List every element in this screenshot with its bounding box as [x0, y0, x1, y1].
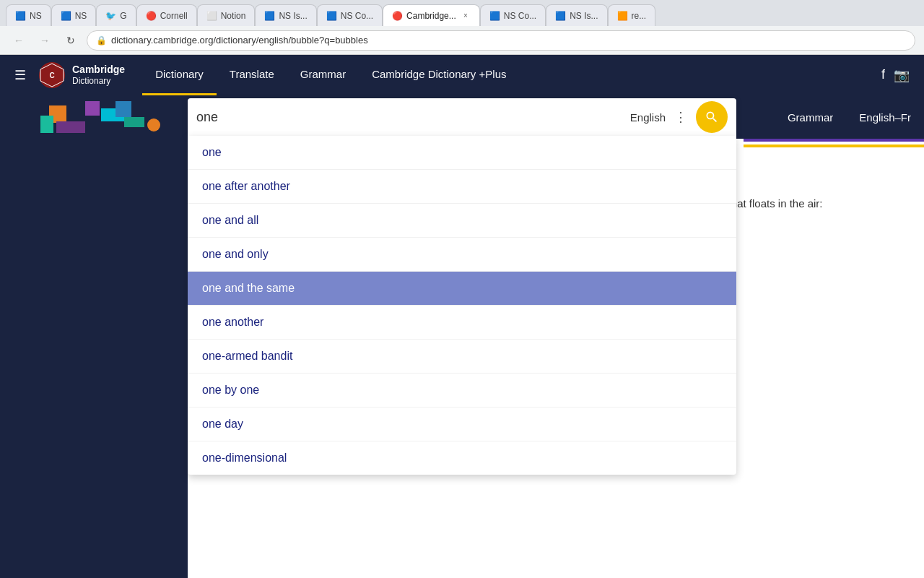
right-nav: Grammar English–Fr [775, 98, 924, 136]
tab-2[interactable]: 🟦 NS [51, 4, 97, 26]
logo-dictionary: Dictionary [72, 76, 125, 86]
back-button[interactable]: ← [9, 30, 29, 51]
tab-favicon-4: 🔴 [146, 11, 156, 21]
browser-tabs: 🟦 NS 🟦 NS 🐦 G 🔴 Cornell ⬜ Notion 🟦 NS Is… [0, 0, 924, 26]
tab-favicon-9: 🟦 [555, 11, 565, 21]
dropdown-item-one-dimensional[interactable]: one-dimensional [188, 441, 736, 475]
search-box: English ⋮ [188, 98, 736, 136]
tab-3[interactable]: 🐦 G [96, 4, 136, 26]
search-input[interactable] [196, 110, 624, 125]
tab-4[interactable]: 🔴 Cornell [136, 4, 197, 26]
nav-translate[interactable]: Translate [217, 55, 287, 95]
nav-dictionary[interactable]: Dictionary [142, 55, 217, 95]
search-icon [705, 110, 719, 124]
nav-grammar[interactable]: Grammar [287, 55, 359, 95]
tab-favicon-1: 🟦 [15, 11, 25, 21]
shape-dark-teal-rect [124, 117, 144, 127]
left-panel [0, 139, 188, 578]
tab-6[interactable]: 🟦 NS Is... [255, 4, 316, 26]
right-nav-grammar[interactable]: Grammar [775, 98, 846, 136]
tab-1[interactable]: 🟦 NS [6, 4, 51, 26]
dropdown-item-one-and-the-same[interactable]: one and the same [188, 272, 736, 306]
shape-blue-square [116, 101, 131, 117]
more-options-icon[interactable]: ⋮ [671, 106, 690, 128]
tab-label-8: NS Co... [504, 11, 536, 21]
shape-purple-square [85, 101, 100, 116]
tab-8[interactable]: 🟦 NS Co... [480, 4, 546, 26]
search-dropdown: one one after another one and all one an… [188, 136, 736, 475]
tab-label-cambridge: Cambridge... [406, 11, 456, 21]
right-nav-english-french[interactable]: English–Fr [846, 98, 924, 136]
tab-label-9: NS Is... [570, 11, 598, 21]
shape-orange-circle [147, 118, 160, 131]
search-button[interactable] [696, 101, 728, 133]
tab-5[interactable]: ⬜ Notion [197, 4, 256, 26]
tab-10[interactable]: 🟧 re... [608, 4, 656, 26]
dropdown-item-one-after-another[interactable]: one after another [188, 170, 736, 204]
logo-text: Cambridge Dictionary [72, 64, 125, 86]
tab-label-3: G [120, 11, 126, 21]
forward-button[interactable]: → [35, 30, 55, 51]
nav-links: Dictionary Translate Grammar Cambridge D… [142, 55, 881, 95]
search-wrapper: English ⋮ one one after another one and … [188, 98, 736, 475]
tab-label-4: Cornell [160, 11, 188, 21]
yellow-line [744, 144, 924, 147]
tab-cambridge[interactable]: 🔴 Cambridge... × [383, 4, 480, 26]
tab-close-icon[interactable]: × [461, 11, 471, 21]
shape-teal-rect [40, 116, 53, 133]
tab-label-10: re... [632, 11, 647, 21]
tab-label-1: NS [30, 11, 42, 21]
shape-purple-rect [56, 121, 85, 133]
nav-plus[interactable]: Cambridge Dictionary +Plus [359, 55, 519, 95]
svg-text:C: C [49, 72, 54, 79]
dropdown-item-one-by-one[interactable]: one by one [188, 374, 736, 407]
lock-icon: 🔒 [96, 35, 107, 46]
instagram-icon[interactable]: 📷 [894, 67, 910, 83]
hamburger-menu-icon[interactable]: ☰ [14, 67, 26, 83]
url-text: dictionary.cambridge.org/dictionary/engl… [111, 35, 368, 46]
address-bar[interactable]: 🔒 dictionary.cambridge.org/dictionary/en… [87, 30, 915, 51]
dropdown-item-one-armed-bandit[interactable]: one-armed bandit [188, 340, 736, 374]
language-selector[interactable]: English [630, 111, 666, 124]
tab-7[interactable]: 🟦 NS Co... [317, 4, 383, 26]
social-links: f 📷 [881, 67, 910, 83]
site-logo[interactable]: C Cambridge Dictionary [38, 61, 125, 90]
tab-9[interactable]: 🟦 NS Is... [546, 4, 607, 26]
tab-label-6: NS Is... [279, 11, 307, 21]
facebook-icon[interactable]: f [881, 67, 885, 83]
reload-button[interactable]: ↻ [61, 30, 81, 51]
tab-favicon-8: 🟦 [489, 11, 500, 21]
tab-favicon-7: 🟦 [326, 11, 336, 21]
accent-lines [744, 139, 924, 147]
site-navigation: ☰ C Cambridge Dictionary Dictionary Tran… [0, 55, 924, 95]
tab-favicon-6: 🟦 [264, 11, 274, 21]
purple-line [744, 139, 924, 142]
logo-cambridge: Cambridge [72, 64, 125, 76]
banner-section: English ⋮ one one after another one and … [0, 95, 924, 139]
tab-favicon-5: ⬜ [206, 11, 217, 21]
tab-favicon-3: 🐦 [105, 11, 116, 21]
dropdown-item-one[interactable]: one [188, 136, 736, 170]
cambridge-shield-icon: C [38, 61, 66, 90]
dropdown-item-one-and-all[interactable]: one and all [188, 204, 736, 238]
tab-label-7: NS Co... [341, 11, 373, 21]
tab-favicon-2: 🟦 [61, 11, 71, 21]
tab-favicon-10: 🟧 [617, 11, 627, 21]
tab-label-2: NS [75, 11, 87, 21]
tab-favicon-cambridge: 🔴 [392, 11, 402, 21]
tab-label-5: Notion [221, 11, 246, 21]
dropdown-item-one-day[interactable]: one day [188, 407, 736, 441]
address-bar-container: ← → ↻ 🔒 dictionary.cambridge.org/diction… [0, 26, 924, 55]
dropdown-item-one-another[interactable]: one another [188, 306, 736, 340]
dropdown-item-one-and-only[interactable]: one and only [188, 238, 736, 272]
